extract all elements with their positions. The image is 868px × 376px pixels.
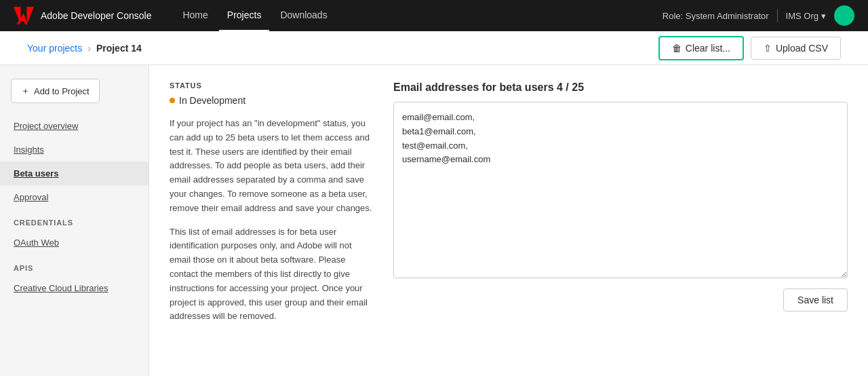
chevron-down-icon: ▾ [821, 11, 826, 21]
ims-org-label: IMS Org [786, 11, 818, 21]
status-value: In Development [179, 95, 245, 106]
breadcrumb-bar: Your projects › Project 14 🗑 Clear list.… [0, 31, 868, 65]
upload-csv-label: Upload CSV [776, 43, 828, 54]
status-description-1: If your project has an "in development" … [170, 117, 373, 216]
status-dot-icon [170, 98, 175, 103]
add-to-project-label: Add to Project [34, 86, 90, 96]
sidebar-item-approval[interactable]: Approval [0, 185, 149, 209]
sidebar-item-oauth-web[interactable]: OAuth Web [0, 231, 149, 255]
adobe-icon [14, 7, 34, 24]
ims-org-selector[interactable]: IMS Org ▾ [786, 11, 826, 21]
breadcrumb-current: Project 14 [96, 43, 142, 54]
breadcrumb: Your projects › Project 14 [27, 43, 142, 54]
nav-divider [777, 9, 778, 22]
clear-list-label: Clear list... [686, 43, 730, 54]
sidebar-item-insights[interactable]: Insights [0, 138, 149, 162]
clear-list-button[interactable]: 🗑 Clear list... [658, 36, 744, 60]
email-heading: Email addresses for beta users 4 / 25 [393, 81, 848, 94]
role-label: Role: System Administrator [663, 11, 769, 21]
top-navigation: Adobe Developer Console Home Projects Do… [0, 0, 868, 31]
nav-links: Home Projects Downloads [174, 0, 335, 31]
add-to-project-button[interactable]: ＋ Add to Project [11, 79, 100, 103]
status-section-label: STATUS [170, 81, 373, 90]
email-panel: Email addresses for beta users 4 / 25 Sa… [393, 81, 848, 360]
sidebar-item-beta-users[interactable]: Beta users [0, 162, 149, 185]
nav-home[interactable]: Home [174, 0, 216, 31]
breadcrumb-parent[interactable]: Your projects [27, 43, 82, 54]
app-title: Adobe Developer Console [41, 10, 151, 21]
user-avatar[interactable] [834, 5, 854, 26]
upload-csv-button[interactable]: ⇧ Upload CSV [751, 37, 841, 60]
status-panel: STATUS In Development If your project ha… [170, 81, 373, 360]
status-description-2: This list of email addresses is for beta… [170, 225, 373, 324]
sidebar-item-creative-cloud[interactable]: Creative Cloud Libraries [0, 276, 149, 300]
trash-icon: 🗑 [672, 43, 682, 54]
nav-right: Role: System Administrator IMS Org ▾ [663, 5, 854, 26]
sidebar: ＋ Add to Project Project overview Insigh… [0, 65, 149, 376]
credentials-section-label: CREDENTIALS [0, 209, 149, 231]
app-logo: Adobe Developer Console [14, 7, 151, 24]
content-area: STATUS In Development If your project ha… [149, 65, 868, 376]
nav-projects[interactable]: Projects [219, 0, 270, 31]
sidebar-item-project-overview[interactable]: Project overview [0, 114, 149, 138]
upload-icon: ⇧ [764, 43, 772, 54]
main-layout: ＋ Add to Project Project overview Insigh… [0, 65, 868, 376]
plus-icon: ＋ [21, 85, 30, 97]
email-textarea[interactable] [393, 102, 848, 278]
apis-section-label: APIS [0, 255, 149, 276]
status-badge: In Development [170, 95, 373, 106]
save-list-button[interactable]: Save list [783, 288, 848, 312]
breadcrumb-separator: › [87, 43, 91, 54]
save-btn-row: Save list [393, 288, 848, 312]
nav-downloads[interactable]: Downloads [272, 0, 335, 31]
breadcrumb-actions: 🗑 Clear list... ⇧ Upload CSV [658, 36, 841, 60]
